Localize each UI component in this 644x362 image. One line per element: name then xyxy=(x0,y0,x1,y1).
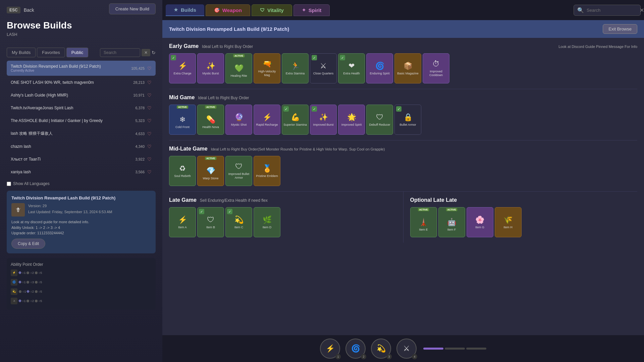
item-extra-stamina[interactable]: 🏃 Extra Stamina xyxy=(282,53,309,83)
build-list-item[interactable]: ONE SHOT LASH 90% WR, twitch magven0m 28… xyxy=(7,76,156,88)
item-basic-magazine[interactable]: 📦 Basic Magazine xyxy=(394,53,421,83)
item-close-quarters[interactable]: ✓ ⚔ Close Quarters xyxy=(310,53,337,83)
scroll-dot-inactive-2 xyxy=(466,348,486,350)
item-icon: 🛡 xyxy=(235,162,243,171)
item-improved-bullet-armor[interactable]: 🛡 Improved Bullet Armor xyxy=(225,156,252,186)
item-opt-a[interactable]: ACTIVE 🗼 Item E xyxy=(410,207,437,237)
tab-public[interactable]: Public xyxy=(66,48,88,57)
main-panel: ★ Builds 🎯 Weapon 🛡 Vitality ✦ Spirit 🔍 … xyxy=(162,0,644,362)
item-health-nova[interactable]: ACTIVE 💊 Health Nova xyxy=(197,105,224,135)
ability-circle-1[interactable]: ⚡ 1 xyxy=(320,339,340,359)
item-extra-health[interactable]: ✓ ❤ Extra Health xyxy=(338,53,365,83)
late-game-title: Late Game xyxy=(169,197,197,203)
scroll-dot-active xyxy=(423,348,443,350)
item-opt-c[interactable]: 🌸 Item G xyxy=(467,207,493,237)
ability-dot-row-1: ○1 ○2 ○5 xyxy=(19,271,152,275)
item-superior-stamina[interactable]: ✓ 💪 Superior Stamina xyxy=(282,105,309,135)
item-rapid-recharge[interactable]: ⚡ Rapid Recharge xyxy=(254,105,280,135)
builds-star-icon: ★ xyxy=(174,7,178,12)
item-cold-front[interactable]: ACTIVE ❄ Cold Front xyxy=(169,105,196,135)
ability-num-badge-1: 1 xyxy=(335,354,341,359)
exit-browse-button[interactable]: Exit Browse xyxy=(603,24,637,34)
ability-icon-2: 🌀 xyxy=(11,279,17,286)
ability-circle-3[interactable]: 💫 3 xyxy=(371,339,391,359)
item-late-b[interactable]: ✓ 🛡 Item B xyxy=(197,207,224,237)
item-late-d[interactable]: 🌿 Item D xyxy=(254,207,280,237)
build-meta-row: 🗡 Version: 29 Last Updated: Friday, Sept… xyxy=(11,203,151,217)
item-pristine-emblem[interactable]: 🏅 Pristine Emblem xyxy=(254,156,280,186)
item-name: Rapid Recharge xyxy=(256,123,278,127)
back-button[interactable]: Back xyxy=(24,7,34,13)
main-search-input[interactable] xyxy=(587,8,637,13)
build-tabs: My Builds Favorites Public ✕ ↻ xyxy=(7,48,156,57)
build-list-item[interactable]: xaniya lash 3,566 ♡ xyxy=(7,166,156,178)
item-late-a[interactable]: ⚡ Item A xyxy=(169,207,196,237)
nav-tab-vitality[interactable]: 🛡 Vitality xyxy=(252,4,292,16)
item-bullet-armor[interactable]: ✓ 🔒 Bullet Armor xyxy=(394,105,421,135)
mid-game-header: Mid Game Ideal Left to Right Buy Order xyxy=(169,95,637,101)
nav-tab-builds[interactable]: ★ Builds xyxy=(166,4,204,16)
build-list-item[interactable]: Ashty's Lash Guide (High MMR) 10,971 ♡ xyxy=(7,89,156,101)
item-icon: ❤ xyxy=(348,62,355,70)
item-soul-rebirth[interactable]: ♻ Soul Rebirth xyxy=(169,156,196,186)
favorite-icon[interactable]: ♡ xyxy=(147,144,152,149)
item-check-icon: ✓ xyxy=(199,209,204,214)
item-icon: ♻ xyxy=(179,164,186,173)
build-detail-title: Twitch Division Revamped Lash Build (9/1… xyxy=(11,195,151,200)
active-badge: ACTIVE xyxy=(205,106,216,109)
ability-row-2: 🌀 ○1 ○3 ○5 xyxy=(11,279,152,286)
create-new-build-button[interactable]: Create New Build xyxy=(109,3,156,14)
build-list-item[interactable]: lash 攻略 猥猥干爆敌人 4,633 ♡ xyxy=(7,127,156,140)
item-improved-burst[interactable]: ✓ ✨ Improved Burst xyxy=(310,105,337,135)
favorite-icon[interactable]: ♡ xyxy=(147,80,152,85)
refresh-button[interactable]: ↻ xyxy=(152,50,156,55)
search-clear-button[interactable]: ✕ xyxy=(142,49,150,56)
copy-edit-button[interactable]: Copy & Edit xyxy=(11,239,45,249)
item-high-velocity-mag[interactable]: 🔫 High-Velocity Mag xyxy=(254,53,280,83)
ability-row-1: ⚡ ○1 ○2 ○5 xyxy=(11,269,152,276)
ability-order-title: Ability Point Order xyxy=(11,262,152,267)
favorite-icon[interactable]: ♡ xyxy=(147,93,152,98)
ability-circle-4[interactable]: ⚔ 4 xyxy=(396,339,417,359)
esc-badge[interactable]: ESC xyxy=(7,7,20,13)
build-list-item[interactable]: The ASSHOLE Build | Initiator / Ganker |… xyxy=(7,115,156,127)
favorite-icon[interactable]: ♡ xyxy=(147,157,152,162)
favorite-icon[interactable]: ♡ xyxy=(147,66,152,71)
favorite-icon[interactable]: ♡ xyxy=(147,131,152,136)
build-content-header: Twitch Division Revamped Lash Build (9/1… xyxy=(162,20,644,38)
build-list-item[interactable]: Twitch.tv/AverageJonas Spirit Lash 6,378… xyxy=(7,102,156,114)
show-all-languages-checkbox[interactable] xyxy=(7,182,11,186)
nav-tab-weapon[interactable]: 🎯 Weapon xyxy=(206,4,250,16)
item-opt-b[interactable]: ACTIVE 🤖 Item F xyxy=(438,207,465,237)
favorite-icon[interactable]: ♡ xyxy=(147,169,152,175)
favorite-icon[interactable]: ♡ xyxy=(147,118,152,123)
tab-favorites[interactable]: Favorites xyxy=(37,48,65,57)
build-meta-text: Version: 29 Last Updated: Friday, Septem… xyxy=(28,203,112,217)
item-improved-cooldown[interactable]: ⏱ Improved Cooldown xyxy=(423,53,449,83)
scroll-dot-inactive xyxy=(445,348,465,350)
main-search-box[interactable]: 🔍 ✕ xyxy=(574,5,641,16)
favorite-icon[interactable]: ♡ xyxy=(147,105,152,111)
ability-circle-2[interactable]: 🌀 2 xyxy=(345,339,366,359)
item-improved-spirit[interactable]: 🌟 Improved Spirit xyxy=(338,105,365,135)
item-icon: 🏃 xyxy=(291,62,300,70)
item-healing-rite[interactable]: ACTIVE 💚 Healing Rite xyxy=(225,53,252,83)
item-debuff-reducer[interactable]: 🛡 Debuff Reducer xyxy=(366,105,393,135)
nav-tab-spirit[interactable]: ✦ Spirit xyxy=(293,4,330,16)
builds-search-input[interactable] xyxy=(100,48,140,57)
item-mystic-shot[interactable]: 🔮 Mystic Shot xyxy=(225,105,252,135)
item-name: Bullet Armor xyxy=(399,123,416,127)
weapon-icon: 🎯 xyxy=(214,7,220,13)
item-mystic-burst[interactable]: ✨ Mystic Burst xyxy=(197,53,224,83)
item-opt-d[interactable]: 🌾 Item H xyxy=(495,207,522,237)
build-list-item[interactable]: chazm lash 4,340 ♡ xyxy=(7,140,156,153)
item-extra-charge[interactable]: ✓ ⚡ Extra Charge xyxy=(169,53,196,83)
item-warp-stone[interactable]: ACTIVE 💎 Warp Stone xyxy=(197,156,224,186)
build-list-item[interactable]: Хлыст от TaanTi 3,922 ♡ xyxy=(7,153,156,165)
item-late-c[interactable]: ✓ 💫 Item C xyxy=(225,207,252,237)
build-list-item[interactable]: Twitch Division Revamped Lash Build (9/1… xyxy=(7,61,156,76)
search-close-icon[interactable]: ✕ xyxy=(640,7,644,13)
tab-my-builds[interactable]: My Builds xyxy=(7,48,36,57)
ability-dot-row-2: ○1 ○3 ○5 xyxy=(19,281,152,284)
item-enduring-spirit[interactable]: 🌀 Enduring Spirit xyxy=(366,53,393,83)
